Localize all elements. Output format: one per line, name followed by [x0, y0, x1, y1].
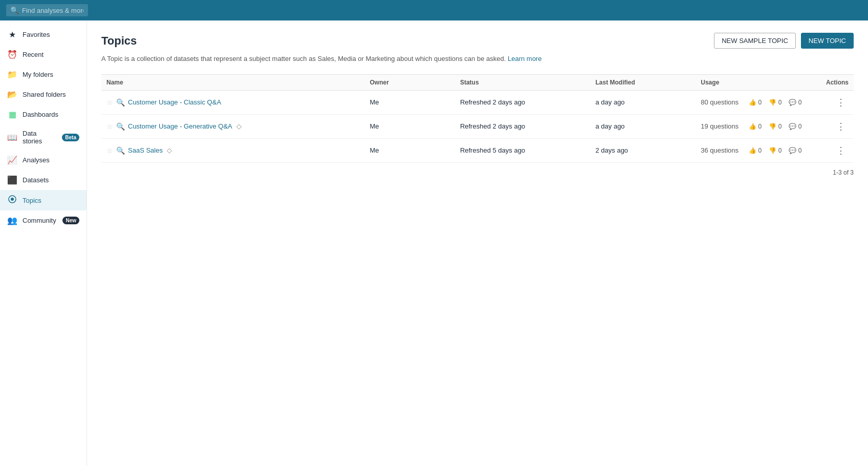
main-content: Topics NEW SAMPLE TOPIC NEW TOPIC A Topi…	[87, 20, 868, 466]
table-row: ☆ 🔍 SaaS Sales ◇ Me Refreshed 5 days ago…	[101, 138, 854, 162]
topic-name-link-2[interactable]: SaaS Sales	[128, 146, 163, 154]
name-cell-1: ☆ 🔍 Customer Usage - Generative Q&A ◇	[101, 114, 365, 138]
sidebar-item-community[interactable]: 👥 Community New	[0, 210, 86, 230]
search-icon: 🔍	[10, 6, 19, 14]
header-actions: NEW SAMPLE TOPIC NEW TOPIC	[714, 33, 854, 49]
usage-cell-2: 36 questions 👍 0 👎 0 💬 0	[696, 138, 816, 162]
thumbs-up-stat-1: 👍 0	[749, 123, 762, 130]
topic-name-link-1[interactable]: Customer Usage - Generative Q&A	[128, 122, 232, 130]
usage-questions-0: 80 questions	[701, 98, 742, 106]
more-actions-button-2[interactable]: ⋮	[833, 144, 849, 157]
page-description: A Topic is a collection of datasets that…	[101, 54, 854, 64]
learn-more-link[interactable]: Learn more	[508, 55, 541, 62]
col-header-owner: Owner	[365, 74, 455, 90]
dashboards-icon: ▦	[7, 110, 17, 119]
page-header: Topics NEW SAMPLE TOPIC NEW TOPIC	[101, 33, 854, 49]
col-header-usage: Usage	[696, 74, 816, 90]
datasets-icon: ⬛	[7, 175, 17, 185]
main-layout: ★ Favorites ⏰ Recent 📁 My folders 📂 Shar…	[0, 20, 868, 466]
status-cell-0: Refreshed 2 days ago	[455, 90, 591, 114]
sidebar-item-label: Dashboards	[23, 111, 79, 118]
col-header-name: Name	[101, 74, 365, 90]
my-folders-icon: 📁	[7, 70, 17, 79]
sidebar-item-analyses[interactable]: 📈 Analyses	[0, 150, 86, 170]
sidebar-item-datasets[interactable]: ⬛ Datasets	[0, 170, 86, 190]
col-header-status: Status	[455, 74, 591, 90]
thumbs-down-stat-1: 👎 0	[769, 123, 782, 130]
topic-search-icon-1: 🔍	[116, 122, 125, 131]
search-container[interactable]: 🔍	[6, 4, 88, 16]
topic-search-icon-0: 🔍	[116, 98, 125, 107]
sidebar-item-recent[interactable]: ⏰ Recent	[0, 45, 86, 65]
star-icon-2[interactable]: ☆	[106, 146, 113, 155]
comments-stat-1: 💬 0	[789, 123, 801, 130]
shared-icon-2: ◇	[167, 146, 172, 154]
svg-point-1	[11, 198, 14, 201]
shared-icon-1: ◇	[236, 122, 242, 130]
pagination: 1-3 of 3	[101, 169, 854, 176]
sidebar-item-label: Community	[23, 217, 57, 224]
usage-cell-1: 19 questions 👍 0 👎 0 💬 0	[696, 114, 816, 138]
sidebar-item-label: Datasets	[23, 176, 79, 184]
sidebar-item-data-stories[interactable]: 📖 Data stories Beta	[0, 124, 86, 150]
owner-cell-2: Me	[365, 138, 455, 162]
modified-cell-2: 2 days ago	[590, 138, 696, 162]
actions-cell-1: ⋮	[816, 114, 854, 138]
actions-cell-2: ⋮	[816, 138, 854, 162]
sidebar-item-dashboards[interactable]: ▦ Dashboards	[0, 104, 86, 124]
sidebar-item-label: Analyses	[23, 156, 79, 164]
sidebar-item-label: Shared folders	[23, 91, 79, 98]
analyses-icon: 📈	[7, 155, 17, 165]
actions-cell-0: ⋮	[816, 90, 854, 114]
table-row: ☆ 🔍 Customer Usage - Generative Q&A ◇ Me…	[101, 114, 854, 138]
modified-cell-0: a day ago	[590, 90, 696, 114]
topics-icon	[7, 195, 17, 205]
star-icon-0[interactable]: ☆	[106, 98, 113, 107]
sidebar-item-label: Topics	[23, 197, 79, 204]
sidebar-item-label: Favorites	[23, 31, 79, 38]
beta-badge: Beta	[62, 134, 79, 141]
sidebar-item-topics[interactable]: Topics	[0, 190, 86, 210]
col-header-actions: Actions	[816, 74, 854, 90]
search-input[interactable]	[22, 7, 83, 14]
comments-stat-0: 💬 0	[789, 99, 801, 106]
new-topic-button[interactable]: NEW TOPIC	[801, 33, 854, 49]
thumbs-up-stat-2: 👍 0	[749, 147, 762, 154]
sidebar-item-my-folders[interactable]: 📁 My folders	[0, 65, 86, 84]
owner-cell-0: Me	[365, 90, 455, 114]
new-sample-topic-button[interactable]: NEW SAMPLE TOPIC	[714, 33, 796, 49]
sidebar-item-label: Data stories	[23, 130, 57, 145]
thumbs-up-stat-0: 👍 0	[749, 99, 762, 106]
star-icon-1[interactable]: ☆	[106, 122, 113, 131]
sidebar-item-label: My folders	[23, 71, 79, 78]
name-cell-2: ☆ 🔍 SaaS Sales ◇	[101, 138, 365, 162]
owner-cell-1: Me	[365, 114, 455, 138]
sidebar-item-label: Recent	[23, 51, 79, 58]
favorites-icon: ★	[7, 30, 17, 39]
status-cell-1: Refreshed 2 days ago	[455, 114, 591, 138]
status-cell-2: Refreshed 5 days ago	[455, 138, 591, 162]
usage-cell-0: 80 questions 👍 0 👎 0 💬 0	[696, 90, 816, 114]
more-actions-button-1[interactable]: ⋮	[833, 120, 849, 133]
sidebar-item-favorites[interactable]: ★ Favorites	[0, 25, 86, 45]
data-stories-icon: 📖	[7, 133, 17, 142]
name-cell-0: ☆ 🔍 Customer Usage - Classic Q&A	[101, 90, 365, 114]
shared-folders-icon: 📂	[7, 90, 17, 99]
page-title: Topics	[101, 34, 137, 48]
community-icon: 👥	[7, 216, 17, 225]
modified-cell-1: a day ago	[590, 114, 696, 138]
comments-stat-2: 💬 0	[789, 147, 801, 154]
thumbs-down-stat-0: 👎 0	[769, 99, 782, 106]
recent-icon: ⏰	[7, 50, 17, 59]
table-row: ☆ 🔍 Customer Usage - Classic Q&A Me Refr…	[101, 90, 854, 114]
sidebar-item-shared-folders[interactable]: 📂 Shared folders	[0, 84, 86, 104]
usage-questions-2: 36 questions	[701, 146, 742, 154]
more-actions-button-0[interactable]: ⋮	[833, 96, 849, 109]
col-header-modified: Last Modified	[590, 74, 696, 90]
new-badge: New	[62, 217, 79, 224]
topic-search-icon-2: 🔍	[116, 146, 125, 155]
topic-name-link-0[interactable]: Customer Usage - Classic Q&A	[128, 98, 221, 106]
usage-questions-1: 19 questions	[701, 122, 742, 130]
top-bar: 🔍	[0, 0, 868, 20]
sidebar: ★ Favorites ⏰ Recent 📁 My folders 📂 Shar…	[0, 20, 87, 466]
